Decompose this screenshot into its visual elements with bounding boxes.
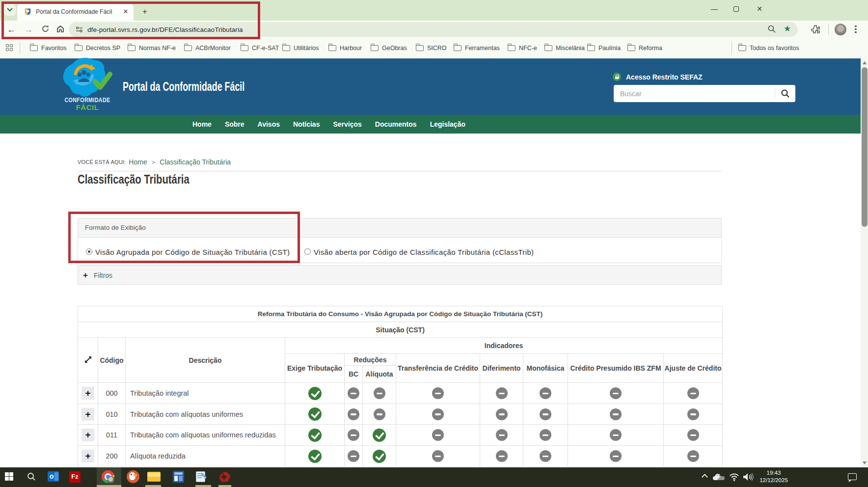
bookmark-favoritos[interactable]: Favoritos	[30, 41, 66, 55]
page-scrollbar[interactable]	[861, 58, 868, 467]
radio-vision-open-label[interactable]: Visão aberta por Código de Classificação…	[314, 248, 534, 256]
bookmarks-separator	[20, 42, 20, 54]
bookmark-ferramentas[interactable]: Ferramentas	[454, 41, 500, 55]
col-header-bc: BC	[345, 366, 363, 383]
table-subtitle: Situação (CST)	[78, 322, 723, 338]
bookmark-cfesat[interactable]: CF-e-SAT	[241, 41, 279, 55]
scrollbar-thumb[interactable]	[862, 67, 868, 227]
folder-icon	[328, 45, 336, 51]
taskbar-red-app-icon[interactable]	[217, 470, 231, 484]
table-row-010: + 010 Tributação com alíquotas uniformes	[78, 404, 723, 425]
bookmark-miscelania[interactable]: Miscelânia	[544, 41, 585, 55]
nav-avisos[interactable]: Avisos	[258, 120, 280, 128]
table-row-000: + 000 Tributação integral	[78, 383, 723, 404]
nav-documentos[interactable]: Documentos	[375, 120, 417, 128]
profile-avatar[interactable]	[835, 24, 846, 35]
breadcrumb-home-link[interactable]: Home	[129, 158, 147, 166]
col-header-monofasica: Monofásica	[523, 354, 568, 383]
page-title: Classificação Tributária	[78, 172, 190, 187]
scroll-down-arrow[interactable]	[863, 461, 867, 464]
tray-expand-icon[interactable]	[702, 474, 708, 480]
indicator-credito-presumido	[610, 408, 622, 420]
apps-grid-icon[interactable]	[6, 44, 14, 52]
main-nav: Home Sobre Avisos Notícias Serviços Docu…	[0, 115, 861, 134]
nav-noticias[interactable]: Notícias	[293, 120, 320, 128]
expand-row-button[interactable]: +	[81, 429, 94, 441]
bookmark-nfce[interactable]: NFC-e	[508, 41, 537, 55]
window-maximize-button[interactable]	[732, 5, 741, 14]
indicator-aliquota	[374, 387, 385, 399]
bookmark-utilitarios[interactable]: Utilitários	[282, 41, 319, 55]
indicator-exige	[308, 450, 322, 463]
indicator-bc	[348, 429, 359, 441]
taskbar-outlook-icon[interactable]: o	[48, 471, 59, 482]
expand-row-button[interactable]: +	[81, 387, 94, 400]
breadcrumb-divider	[78, 171, 722, 171]
zoom-icon[interactable]	[767, 25, 776, 35]
taskbar-search-icon[interactable]	[27, 472, 36, 482]
bookmark-normas-nfe[interactable]: Normas NF-e	[128, 41, 176, 55]
scroll-up-arrow[interactable]	[863, 61, 867, 64]
filters-expand-icon[interactable]: +	[83, 271, 88, 280]
nav-servicos[interactable]: Serviços	[333, 120, 361, 128]
clock-time: 19:43	[752, 469, 796, 477]
breadcrumb: VOCÊ ESTÁ AQUI: Home > Classificação Tri…	[78, 158, 231, 166]
taskbar-duckduckgo-icon[interactable]	[127, 470, 139, 483]
taskbar-explorer-icon[interactable]	[147, 472, 161, 482]
bookmark-harbour[interactable]: Harbour	[328, 41, 362, 55]
bookmark-sicro[interactable]: SICRO	[416, 41, 447, 55]
indicator-credito-presumido	[610, 450, 622, 462]
browser-menu-icon[interactable]	[855, 24, 857, 35]
taskbar-chrome-icon[interactable]	[102, 470, 114, 483]
site-logo[interactable]: CONFORMIDADE FÁCIL	[58, 57, 117, 113]
taskbar-calculator-icon[interactable]	[173, 471, 184, 483]
clock[interactable]: 19:43 12/12/2025	[752, 469, 796, 484]
site-search[interactable]: Buscar	[614, 85, 795, 102]
nav-home[interactable]: Home	[192, 120, 212, 128]
indicator-exige	[308, 387, 322, 400]
window-close-button[interactable]: ✕	[755, 5, 764, 14]
all-favorites-button[interactable]: Todos os favoritos	[738, 41, 799, 55]
window-minimize-button[interactable]: —	[709, 5, 719, 14]
indicator-monofasica	[540, 429, 551, 441]
bookmark-reforma[interactable]: Reforma	[627, 41, 662, 55]
nav-sobre[interactable]: Sobre	[225, 120, 244, 128]
indicator-transferencia	[432, 408, 444, 420]
taskbar-notepad-icon[interactable]	[195, 471, 207, 483]
indicator-transferencia	[432, 450, 444, 462]
onedrive-icon[interactable]	[713, 474, 725, 480]
bookmark-paulinia[interactable]: Paulínia	[587, 41, 621, 55]
radio-vision-open[interactable]	[304, 248, 311, 255]
indicator-transferencia	[432, 387, 444, 399]
site-search-button[interactable]	[775, 85, 795, 102]
expand-row-button[interactable]: +	[81, 408, 94, 421]
expand-row-button[interactable]: +	[81, 450, 94, 462]
indicator-monofasica	[540, 408, 551, 420]
clock-date: 12/12/2025	[752, 477, 796, 484]
col-header-credito-presumido: Crédito Presumido IBS ZFM	[568, 354, 664, 383]
logo-text-line2: FÁCIL	[58, 103, 117, 111]
cell-descricao: Tributação integral	[126, 383, 285, 404]
filters-label[interactable]: Filtros	[94, 271, 112, 279]
start-button[interactable]	[5, 472, 13, 481]
cell-codigo: 000	[98, 383, 126, 404]
taskbar-filezilla-icon[interactable]: Fz	[69, 471, 81, 483]
notification-icon[interactable]	[848, 473, 857, 480]
filters-panel[interactable]: + Filtros	[78, 265, 722, 285]
bookmark-decretos-sp[interactable]: Decretos SP	[75, 41, 120, 55]
bookmark-acbrmonitor[interactable]: ACBrMonitor	[184, 41, 231, 55]
col-header-indicadores: Indicadores	[285, 338, 723, 354]
wifi-icon[interactable]	[729, 472, 739, 482]
indicator-monofasica	[540, 387, 551, 399]
bookmark-star-icon[interactable]: ★	[784, 24, 791, 34]
indicator-ajuste	[687, 450, 699, 462]
breadcrumb-current[interactable]: Classificação Tributária	[160, 158, 231, 166]
extensions-icon[interactable]	[811, 25, 820, 36]
folder-icon	[544, 45, 552, 51]
nav-legislacao[interactable]: Legislação	[430, 120, 465, 128]
bookmark-geobras[interactable]: GeObras	[371, 41, 407, 55]
expand-all-header[interactable]	[78, 338, 98, 383]
restricted-access-link[interactable]: Acesso Restrito SEFAZ	[626, 73, 703, 81]
toolbar-separator	[828, 24, 829, 35]
bookmarks-right-separator	[732, 42, 732, 54]
